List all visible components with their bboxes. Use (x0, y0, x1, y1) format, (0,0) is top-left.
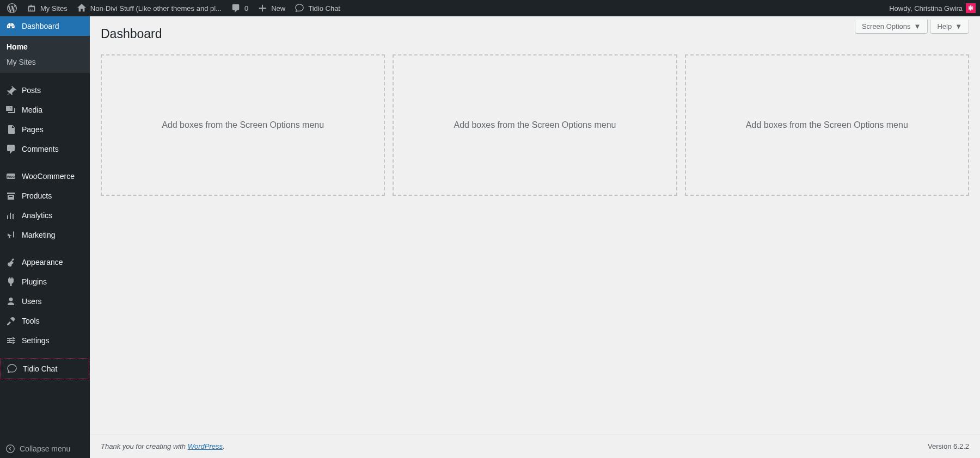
help-label: Help (937, 22, 952, 30)
screen-meta-links: Screen Options ▼ Help ▼ (855, 20, 969, 34)
wordpress-logo[interactable] (2, 0, 22, 16)
comments-icon (5, 144, 16, 154)
comment-icon (230, 3, 241, 14)
sidebar-item-label: Appearance (22, 258, 63, 267)
sidebar-item-label: Dashboard (22, 22, 59, 30)
page-icon (5, 124, 16, 135)
sidebar-item-appearance[interactable]: Appearance (0, 252, 90, 272)
sidebar-item-label: Pages (22, 125, 44, 134)
sidebar-item-settings[interactable]: Settings (0, 331, 90, 350)
user-icon (5, 296, 16, 307)
sidebar-item-label: Plugins (22, 277, 47, 286)
footer-thanks: Thank you for creating with WordPress. (101, 442, 225, 450)
submenu-home[interactable]: Home (0, 39, 90, 54)
my-sites-link[interactable]: My Sites (22, 0, 72, 16)
sidebar-item-label: Settings (22, 336, 50, 345)
howdy-text: Howdy, Christina Gwira (889, 4, 963, 13)
sidebar-item-analytics[interactable]: Analytics (0, 206, 90, 225)
sidebar-item-label: Posts (22, 86, 41, 95)
widget-column-1: Add boxes from the Screen Options menu (101, 54, 385, 196)
sidebar-item-label: Tidio Chat (23, 364, 57, 373)
screen-options-label: Screen Options (862, 22, 911, 30)
separator (0, 159, 90, 166)
widget-column-3: Add boxes from the Screen Options menu (685, 54, 969, 196)
collapse-menu[interactable]: Collapse menu (0, 440, 90, 458)
sidebar-item-comments[interactable]: Comments (0, 139, 90, 159)
sidebar-item-label: Products (22, 191, 52, 200)
sidebar-item-users[interactable]: Users (0, 292, 90, 311)
version-text: Version 6.2.2 (928, 442, 969, 450)
site-name-link[interactable]: Non-Divi Stuff (Like other themes and pl… (72, 0, 226, 16)
brush-icon (5, 257, 16, 268)
sidebar-item-label: WooCommerce (22, 172, 75, 181)
sidebar-item-label: Comments (22, 145, 59, 153)
page-title: Dashboard (101, 22, 969, 44)
products-icon (5, 190, 16, 201)
separator (0, 73, 90, 81)
help-button[interactable]: Help ▼ (930, 20, 969, 34)
sidebar-item-posts[interactable]: Posts (0, 81, 90, 100)
media-icon (5, 104, 16, 115)
page-wrap: Dashboard Add boxes from the Screen Opti… (90, 16, 980, 196)
sidebar-item-dashboard[interactable]: Dashboard (0, 16, 90, 36)
sidebar-item-label: Media (22, 106, 42, 114)
chat-icon (294, 3, 305, 14)
network-icon (26, 3, 37, 14)
plug-icon (5, 276, 16, 287)
dashboard-icon (5, 21, 16, 32)
chat-icon (7, 363, 17, 374)
new-content-link[interactable]: New (253, 0, 290, 16)
home-icon (76, 3, 87, 14)
footer: Thank you for creating with WordPress. V… (90, 434, 980, 458)
pin-icon (5, 85, 16, 96)
avatar: ✻ (966, 3, 976, 13)
dashboard-widgets: Add boxes from the Screen Options menu A… (101, 54, 969, 196)
plus-icon (257, 3, 268, 14)
admin-bar-left: My Sites Non-Divi Stuff (Like other them… (2, 0, 345, 16)
dashboard-submenu: Home My Sites (0, 36, 90, 73)
screen-options-button[interactable]: Screen Options ▼ (855, 20, 928, 34)
wrench-icon (5, 315, 16, 326)
submenu-my-sites[interactable]: My Sites (0, 54, 90, 70)
site-name-label: Non-Divi Stuff (Like other themes and pl… (90, 4, 222, 13)
sidebar-item-products[interactable]: Products (0, 186, 90, 206)
svg-text:woo: woo (7, 175, 15, 178)
placeholder-text: Add boxes from the Screen Options menu (746, 120, 908, 130)
sidebar-item-plugins[interactable]: Plugins (0, 272, 90, 292)
caret-down-icon: ▼ (955, 22, 962, 30)
tidio-chat-label: Tidio Chat (308, 4, 340, 13)
admin-bar: My Sites Non-Divi Stuff (Like other them… (0, 0, 980, 16)
admin-bar-right[interactable]: Howdy, Christina Gwira ✻ (889, 3, 980, 13)
sidebar-item-label: Users (22, 297, 42, 306)
main-content: Screen Options ▼ Help ▼ Dashboard Add bo… (90, 16, 980, 458)
collapse-label: Collapse menu (20, 444, 70, 453)
caret-down-icon: ▼ (914, 22, 921, 30)
collapse-icon (5, 444, 15, 454)
sidebar-item-pages[interactable]: Pages (0, 120, 90, 139)
new-label: New (271, 4, 285, 13)
sidebar-item-tools[interactable]: Tools (0, 311, 90, 331)
sliders-icon (5, 335, 16, 346)
placeholder-text: Add boxes from the Screen Options menu (454, 120, 616, 130)
separator (0, 245, 90, 252)
sidebar-item-label: Marketing (22, 231, 55, 239)
sidebar-item-label: Analytics (22, 211, 52, 220)
comments-link[interactable]: 0 (226, 0, 253, 16)
tidio-chat-link[interactable]: Tidio Chat (290, 0, 345, 16)
wordpress-link[interactable]: WordPress (188, 442, 223, 450)
sidebar-item-marketing[interactable]: Marketing (0, 225, 90, 245)
separator (0, 350, 90, 358)
sidebar-item-woocommerce[interactable]: woo WooCommerce (0, 166, 90, 186)
comments-count: 0 (244, 4, 248, 13)
my-sites-label: My Sites (40, 4, 68, 13)
admin-menu: Dashboard Home My Sites Posts Media Page… (0, 16, 90, 458)
megaphone-icon (5, 230, 16, 240)
sidebar-item-label: Tools (22, 317, 40, 325)
svg-point-2 (7, 445, 14, 453)
sidebar-item-tidio-chat[interactable]: Tidio Chat (1, 358, 89, 379)
wordpress-icon (7, 3, 17, 14)
woocommerce-icon: woo (5, 171, 16, 182)
placeholder-text: Add boxes from the Screen Options menu (162, 120, 324, 130)
widget-column-2: Add boxes from the Screen Options menu (393, 54, 677, 196)
sidebar-item-media[interactable]: Media (0, 100, 90, 120)
